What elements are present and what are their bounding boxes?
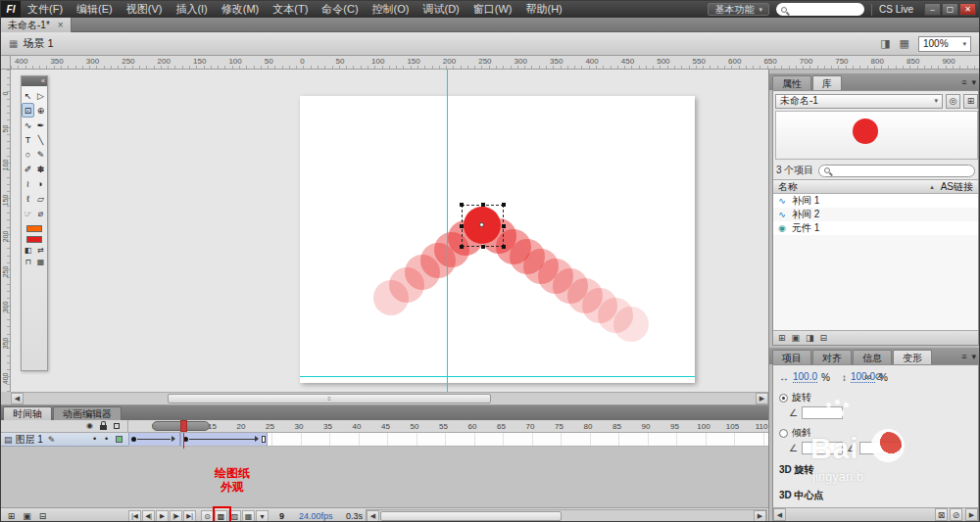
delete-item-button[interactable]: ⊟ xyxy=(820,333,828,343)
edit-multiple-frames-button[interactable]: ▦ xyxy=(242,510,255,522)
text-tool[interactable]: T xyxy=(22,132,34,147)
new-folder-button[interactable]: ▣ xyxy=(21,510,33,522)
selection-handle[interactable] xyxy=(460,203,464,207)
app-logo-icon[interactable]: Fl xyxy=(1,1,21,18)
hand-tool[interactable]: ☞ xyxy=(22,206,34,220)
scale-x-value[interactable]: 100.0 xyxy=(793,371,817,383)
eyedropper-tool[interactable]: ℓ xyxy=(22,191,34,206)
item-properties-button[interactable]: ◨ xyxy=(806,333,814,343)
free-transform-tool[interactable]: ⊡ xyxy=(22,103,34,118)
black-white-colors-icon[interactable]: ◧ xyxy=(24,246,33,255)
snap-to-objects-icon[interactable]: ⊓ xyxy=(24,258,33,266)
panel-menu-icon[interactable]: ≡ xyxy=(961,77,966,87)
panel-tab-属性[interactable]: 属性 xyxy=(772,75,811,90)
panel-tab-变形[interactable]: 变形 xyxy=(893,350,932,364)
step-forward-button[interactable]: |▶ xyxy=(170,510,182,522)
menu-item-5[interactable]: 修改(M) xyxy=(215,1,267,18)
layer-outline-color-swatch[interactable] xyxy=(116,436,122,443)
oval-tool[interactable]: ○ xyxy=(22,147,34,162)
deco-tool[interactable]: ✽ xyxy=(34,162,47,176)
menu-item-2[interactable]: 编辑(E) xyxy=(70,1,120,18)
brush-tool[interactable]: ✐ xyxy=(22,162,34,176)
zoom-tool[interactable]: ⌀ xyxy=(34,206,47,220)
eye-icon[interactable]: ◉ xyxy=(86,421,93,431)
frame-rate-value[interactable]: 24.00fps xyxy=(299,511,333,521)
selection-handle[interactable] xyxy=(460,224,464,228)
stage[interactable] xyxy=(300,96,695,383)
constrain-link-icon[interactable]: ∞ xyxy=(864,371,871,382)
scrollbar-thumb[interactable] xyxy=(380,511,562,521)
linkage-column-header[interactable]: AS链接 xyxy=(941,180,973,194)
modify-markers-button[interactable]: ▾ xyxy=(256,510,269,522)
edit-scene-button[interactable]: ▦ xyxy=(900,37,909,50)
scroll-right-icon[interactable]: ▶ xyxy=(754,510,766,522)
step-back-button[interactable]: ◀| xyxy=(142,510,155,522)
menu-item-1[interactable]: 文件(F) xyxy=(21,1,70,18)
panel-tab-项目[interactable]: 项目 xyxy=(772,350,811,364)
selection-handle[interactable] xyxy=(502,224,506,228)
layer-visibility-dot[interactable]: • xyxy=(93,434,96,444)
panel-tab-库[interactable]: 库 xyxy=(812,75,842,90)
library-item[interactable]: ∿补间 2 xyxy=(773,208,978,221)
pencil-tool[interactable]: ✎ xyxy=(34,147,47,162)
new-folder-button[interactable]: ▣ xyxy=(792,333,801,343)
horizontal-guide[interactable] xyxy=(300,376,695,377)
rotate-angle-input[interactable] xyxy=(802,406,843,419)
playhead-marker[interactable] xyxy=(180,420,187,432)
selection-handle[interactable] xyxy=(502,245,506,249)
menu-item-3[interactable]: 视图(V) xyxy=(120,1,170,18)
panel-options-icon[interactable]: ▾ xyxy=(971,352,976,361)
tween-span[interactable] xyxy=(128,433,180,446)
stroke-color-swatch[interactable] xyxy=(26,225,42,232)
pasteboard[interactable] xyxy=(11,70,768,392)
library-item[interactable]: ∿补间 1 xyxy=(773,194,978,208)
play-button[interactable]: ▶ xyxy=(156,510,169,522)
pin-library-button[interactable]: ◎ xyxy=(946,94,960,109)
playhead-line[interactable] xyxy=(183,433,184,449)
menu-item-9[interactable]: 调试(D) xyxy=(416,1,466,18)
reset-scale-icon[interactable]: ⊘ xyxy=(874,371,882,382)
rotation-3d-tool[interactable]: ⊕ xyxy=(34,103,47,118)
selection-tool[interactable]: ↖ xyxy=(22,88,34,103)
rotate-radio[interactable] xyxy=(779,394,788,403)
menu-item-11[interactable]: 帮助(H) xyxy=(519,1,569,18)
bone-tool[interactable]: ≀ xyxy=(22,176,34,191)
remove-transform-button[interactable]: ⊘ xyxy=(950,508,962,521)
lasso-tool[interactable]: ∿ xyxy=(22,118,34,132)
eraser-tool[interactable]: ▱ xyxy=(34,191,47,206)
library-search-input[interactable] xyxy=(818,165,975,177)
tool-options-icon[interactable]: ▦ xyxy=(36,258,46,266)
canvas-horizontal-scrollbar[interactable]: ◀ ≡ ▶ xyxy=(11,392,768,404)
menu-item-8[interactable]: 控制(O) xyxy=(366,1,416,18)
layer-frames[interactable] xyxy=(128,433,768,447)
search-input[interactable] xyxy=(776,3,864,16)
library-item[interactable]: ◉元件 1 xyxy=(773,221,978,235)
vertical-guide[interactable] xyxy=(447,70,448,392)
minimize-button[interactable]: – xyxy=(924,3,941,16)
scroll-left-icon[interactable]: ◀ xyxy=(11,393,24,404)
menu-item-7[interactable]: 命令(C) xyxy=(315,1,365,18)
selection-handle[interactable] xyxy=(481,203,485,207)
tools-panel-header[interactable]: « xyxy=(22,76,47,86)
selection-handle[interactable] xyxy=(502,203,506,207)
panel-menu-icon[interactable]: ≡ xyxy=(961,352,966,361)
timeline-tab-时间轴[interactable]: 时间轴 xyxy=(3,406,52,420)
layer-lock-dot[interactable]: • xyxy=(105,434,108,444)
zoom-level-select[interactable]: 100% ▾ xyxy=(918,36,971,52)
timeline-frame-ruler[interactable]: ◉ 51015202530354045505560657075808590951… xyxy=(1,420,768,433)
outline-icon[interactable] xyxy=(114,423,120,429)
maximize-button[interactable]: ▢ xyxy=(942,3,958,16)
panel-tab-信息[interactable]: 信息 xyxy=(853,350,892,364)
scroll-right-icon[interactable]: ▶ xyxy=(965,508,978,521)
close-button[interactable]: ✕ xyxy=(959,3,976,16)
duplicate-selection-transform-button[interactable]: ⊠ xyxy=(935,508,948,521)
new-library-panel-button[interactable]: ⊞ xyxy=(963,94,978,109)
edit-symbols-button[interactable]: ◨ xyxy=(880,37,890,50)
pen-tool[interactable]: ✒ xyxy=(34,118,47,132)
scroll-left-icon[interactable]: ◀ xyxy=(773,508,786,521)
scrollbar-thumb[interactable]: ≡ xyxy=(168,394,491,403)
scroll-right-icon[interactable]: ▶ xyxy=(756,393,768,404)
document-tab[interactable]: 未命名-1* × xyxy=(1,18,72,32)
subselection-tool[interactable]: ▷ xyxy=(34,88,47,103)
menu-item-10[interactable]: 窗口(W) xyxy=(466,1,519,18)
